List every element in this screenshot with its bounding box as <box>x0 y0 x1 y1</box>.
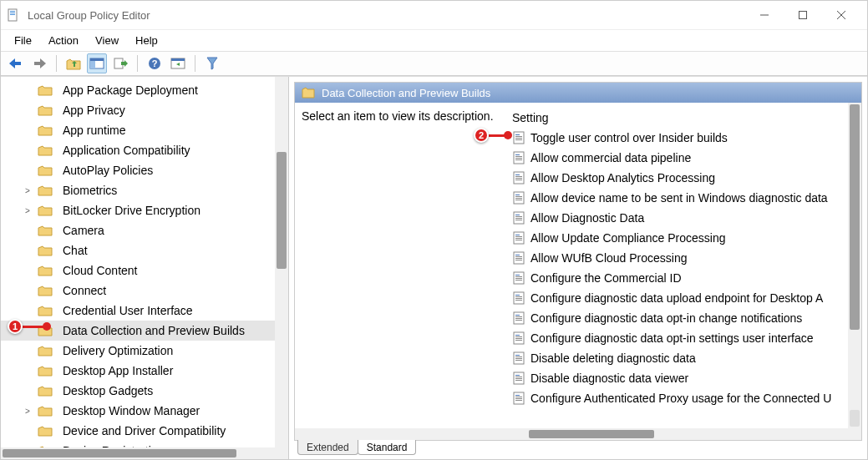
tab-standard[interactable]: Standard <box>358 440 417 455</box>
tree-item[interactable]: App Privacy <box>1 100 288 120</box>
separator <box>56 55 57 72</box>
setting-item[interactable]: Allow Update Compliance Processing <box>509 228 861 248</box>
setting-label: Disable deleting diagnostic data <box>530 351 696 365</box>
expand-icon[interactable]: > <box>23 186 33 195</box>
expand-icon[interactable]: > <box>23 407 33 416</box>
tree-hscroll-thumb[interactable] <box>3 449 236 457</box>
tree-item[interactable]: >BitLocker Drive Encryption <box>1 200 288 220</box>
setting-label: Allow Diagnostic Data <box>530 211 644 225</box>
setting-item[interactable]: Disable deleting diagnostic data <box>509 348 861 368</box>
folder-icon <box>38 265 58 276</box>
expand-icon[interactable]: > <box>23 206 33 215</box>
menu-view[interactable]: View <box>87 32 127 49</box>
tree-item[interactable]: Desktop Gadgets <box>1 381 288 401</box>
setting-item[interactable]: Allow commercial data pipeline <box>509 148 861 168</box>
filter-button[interactable] <box>202 53 222 73</box>
details-hscroll-thumb[interactable] <box>529 430 654 438</box>
setting-item[interactable]: Toggle user control over Insider builds <box>509 128 861 148</box>
setting-item[interactable]: Configure diagnostic data opt-in setting… <box>509 328 861 348</box>
tree-item[interactable]: Connect <box>1 281 288 301</box>
callout-1-line <box>23 326 44 328</box>
policy-icon <box>512 211 530 225</box>
tree-item[interactable]: Camera <box>1 220 288 240</box>
setting-label: Toggle user control over Insider builds <box>530 131 728 144</box>
svg-rect-42 <box>515 220 522 220</box>
folder-icon <box>38 365 58 377</box>
svg-rect-2 <box>10 13 15 13</box>
details-horiz-scrollbar[interactable] <box>295 428 848 440</box>
tree-item[interactable]: Delivery Optimization <box>1 341 288 361</box>
setting-item[interactable]: Allow Diagnostic Data <box>509 208 861 228</box>
minimize-button[interactable] <box>745 3 784 28</box>
tree-horiz-scrollbar[interactable] <box>1 447 289 459</box>
setting-item[interactable]: Disable diagnostic data viewer <box>509 368 861 388</box>
menu-help[interactable]: Help <box>127 32 166 49</box>
svg-rect-75 <box>515 356 522 357</box>
setting-item[interactable]: Allow WUfB Cloud Processing <box>509 248 861 268</box>
svg-rect-29 <box>515 174 520 175</box>
folder-icon <box>38 84 58 96</box>
tree-item[interactable]: Credential User Interface <box>1 301 288 321</box>
export-button[interactable] <box>110 53 130 73</box>
forward-button[interactable] <box>29 53 49 73</box>
setting-item[interactable]: Allow device name to be sent in Windows … <box>509 188 861 208</box>
tree-item[interactable]: AutoPlay Policies <box>1 160 288 180</box>
tree-item[interactable]: >Biometrics <box>1 180 288 200</box>
menu-file[interactable]: File <box>6 32 40 49</box>
setting-label: Configure the Commercial ID <box>530 271 682 285</box>
svg-rect-5 <box>799 12 807 19</box>
maximize-button[interactable] <box>784 3 822 28</box>
app-icon <box>8 8 21 22</box>
tree-item[interactable]: Desktop App Installer <box>1 361 288 381</box>
folder-icon <box>38 164 58 176</box>
tree-item[interactable]: Chat <box>1 240 288 260</box>
details-vscroll-thumb[interactable] <box>850 104 860 330</box>
tree-scroll: App Package DeploymentApp PrivacyApp run… <box>1 77 288 459</box>
setting-label: Allow commercial data pipeline <box>530 151 691 164</box>
close-button[interactable] <box>822 3 860 28</box>
folder-icon <box>38 345 58 356</box>
svg-rect-24 <box>515 154 520 155</box>
menu-action[interactable]: Action <box>40 32 87 49</box>
show-hide-action-pane-button[interactable] <box>168 53 188 73</box>
details-vert-scrollbar[interactable] <box>848 103 861 440</box>
svg-rect-77 <box>515 360 522 361</box>
details-vscroll-down[interactable] <box>850 410 860 427</box>
help-button[interactable]: ? <box>145 53 165 73</box>
svg-rect-47 <box>515 240 522 240</box>
toolbar: ? <box>1 51 867 76</box>
policy-icon <box>512 311 530 325</box>
tree-item[interactable]: >Desktop Window Manager <box>1 401 288 421</box>
tree-item[interactable]: Cloud Content <box>1 260 288 281</box>
svg-rect-79 <box>515 375 520 376</box>
tree-item[interactable]: Device and Driver Compatibility <box>1 421 288 441</box>
setting-item[interactable]: Configure Authenticated Proxy usage for … <box>509 388 861 408</box>
up-folder-button[interactable] <box>63 53 84 73</box>
tab-extended[interactable]: Extended <box>297 440 358 455</box>
tree-item[interactable]: Application Compatibility <box>1 140 288 160</box>
tree-item[interactable]: App runtime <box>1 120 288 140</box>
svg-rect-56 <box>515 278 522 279</box>
setting-item[interactable]: Allow Desktop Analytics Processing <box>509 168 861 188</box>
svg-rect-52 <box>515 260 522 260</box>
svg-rect-25 <box>515 156 522 157</box>
tree-item[interactable]: App Package Deployment <box>1 80 288 100</box>
policy-icon <box>512 131 530 144</box>
settings-column-header[interactable]: Setting <box>509 109 861 128</box>
tree-item-label: Application Compatibility <box>63 144 190 157</box>
menubar: File Action View Help <box>1 29 867 51</box>
svg-rect-49 <box>515 255 520 255</box>
tree-vert-scrollbar[interactable] <box>275 77 288 459</box>
setting-item[interactable]: Configure diagnostic data upload endpoin… <box>509 288 861 308</box>
svg-rect-84 <box>515 395 520 396</box>
svg-rect-26 <box>515 158 522 159</box>
setting-item[interactable]: Configure the Commercial ID <box>509 268 861 288</box>
policy-icon <box>512 171 530 185</box>
svg-rect-61 <box>515 298 522 299</box>
tree-scroll-thumb[interactable] <box>277 152 287 269</box>
tree-panel: App Package DeploymentApp PrivacyApp run… <box>1 77 289 459</box>
svg-rect-74 <box>515 355 520 356</box>
back-button[interactable] <box>6 53 26 73</box>
setting-item[interactable]: Configure diagnostic data opt-in change … <box>509 308 861 328</box>
show-hide-tree-button[interactable] <box>87 53 107 73</box>
